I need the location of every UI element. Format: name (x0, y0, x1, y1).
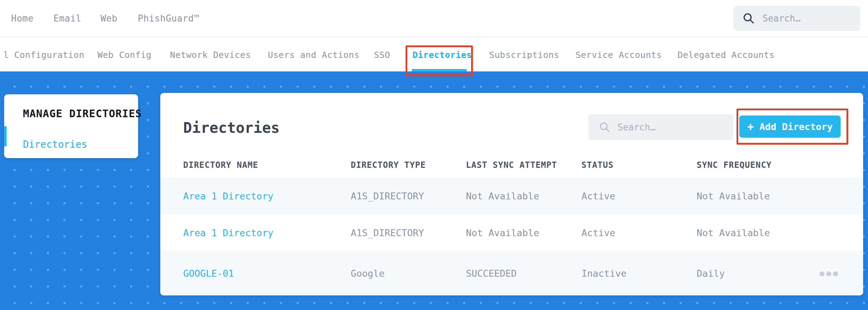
directory-type-cell: A1S_DIRECTORY (351, 227, 466, 238)
directories-search-box[interactable] (588, 114, 733, 140)
directory-type-cell: Google (351, 268, 466, 279)
row-menu-icon[interactable]: ●●● (819, 268, 840, 278)
column-header-directory-type: DIRECTORY TYPE (351, 160, 466, 170)
last-sync-attempt-cell: Not Available (466, 227, 581, 238)
directories-card: Directories + Add Directory DIRECTORY NA… (160, 93, 863, 295)
global-search-input[interactable] (763, 13, 856, 24)
directory-type-cell: A1S_DIRECTORY (351, 191, 466, 201)
sub-nav-item-delegated-accounts[interactable]: Delegated Accounts (678, 38, 775, 71)
sync-frequency-cell: Daily (697, 268, 819, 279)
sub-nav-item-network-devices[interactable]: Network Devices (170, 38, 251, 71)
page-title: Directories (183, 119, 280, 136)
directories-table: DIRECTORY NAME DIRECTORY TYPE LAST SYNC … (160, 153, 863, 295)
plus-icon: + (747, 121, 754, 132)
sync-frequency-cell: Not Available (697, 191, 819, 201)
sub-nav-item-subscriptions[interactable]: Subscriptions (489, 38, 559, 71)
sync-frequency-cell: Not Available (697, 227, 819, 238)
column-header-status: STATUS (581, 160, 697, 170)
search-icon (599, 121, 611, 133)
table-row: Area 1 Directory A1S_DIRECTORY Not Avail… (160, 214, 863, 251)
table-header-row: DIRECTORY NAME DIRECTORY TYPE LAST SYNC … (160, 153, 863, 178)
sub-nav-item-web-config[interactable]: Web Config (97, 38, 152, 71)
top-nav-item-home[interactable]: Home (11, 0, 34, 37)
top-nav: Home Email Web PhishGuard™ (0, 0, 868, 37)
active-tab-underline (412, 69, 467, 71)
directories-search-input[interactable] (618, 122, 722, 132)
search-icon (742, 12, 755, 25)
sub-nav-item-configuration[interactable]: l Configuration (3, 38, 84, 71)
top-nav-item-web[interactable]: Web (101, 0, 117, 37)
top-nav-item-email[interactable]: Email (53, 0, 82, 37)
side-panel-title: MANAGE DIRECTORIES (23, 107, 142, 120)
table-row: Area 1 Directory A1S_DIRECTORY Not Avail… (160, 178, 863, 214)
add-directory-button-label: Add Directory (759, 121, 833, 132)
status-cell: Inactive (581, 268, 697, 279)
sub-nav-item-directories[interactable]: Directories (412, 38, 472, 71)
last-sync-attempt-cell: SUCCEEDED (466, 268, 581, 279)
status-cell: Active (581, 227, 697, 238)
add-directory-button[interactable]: + Add Directory (739, 115, 841, 138)
status-cell: Active (581, 191, 697, 201)
sub-nav-item-users-and-actions[interactable]: Users and Actions (268, 38, 359, 71)
side-panel-item-directories[interactable]: Directories (23, 139, 87, 150)
last-sync-attempt-cell: Not Available (466, 191, 581, 201)
directory-name-link[interactable]: Area 1 Directory (183, 227, 351, 238)
sub-nav-item-sso[interactable]: SSO (374, 38, 390, 71)
directory-name-link[interactable]: Area 1 Directory (183, 191, 351, 201)
sub-nav-item-service-accounts[interactable]: Service Accounts (576, 38, 662, 71)
global-search-box[interactable] (733, 6, 860, 31)
column-header-sync-frequency: SYNC FREQUENCY (697, 160, 819, 170)
column-header-last-sync-attempt: LAST SYNC ATTEMPT (466, 160, 581, 170)
manage-directories-panel: MANAGE DIRECTORIES Directories (4, 94, 138, 158)
settings-sub-nav: l Configuration Web Config Network Devic… (0, 38, 868, 71)
table-row: GOOGLE-01 Google SUCCEEDED Inactive Dail… (160, 251, 863, 295)
directory-name-link[interactable]: GOOGLE-01 (183, 268, 351, 279)
top-nav-item-phishguard[interactable]: PhishGuard™ (138, 0, 199, 37)
active-item-accent-bar (4, 126, 7, 146)
column-header-directory-name: DIRECTORY NAME (183, 160, 351, 170)
